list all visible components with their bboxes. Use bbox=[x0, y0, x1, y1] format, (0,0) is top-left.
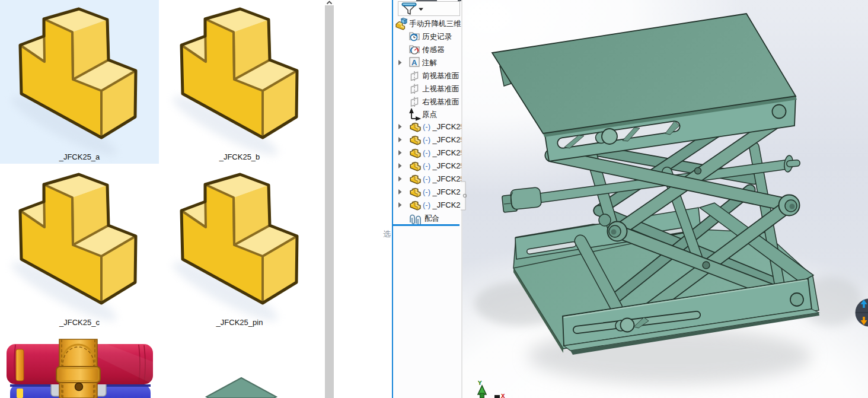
svg-text:前视基准面: 前视基准面 bbox=[422, 72, 459, 80]
svg-text:右视基准面: 右视基准面 bbox=[422, 98, 459, 106]
svg-text:Y: Y bbox=[478, 380, 482, 387]
svg-text:手动升降机三维: 手动升降机三维 bbox=[409, 20, 461, 28]
svg-text:_JFCK25_pin: _JFCK25_pin bbox=[216, 318, 263, 327]
svg-text:传感器: 传感器 bbox=[422, 46, 445, 54]
svg-text:(-) _JFCK25: (-) _JFCK25 bbox=[423, 174, 462, 183]
svg-text:(-) _JFCK25: (-) _JFCK25 bbox=[423, 187, 462, 196]
svg-text:_JFCK25_a: _JFCK25_a bbox=[59, 152, 100, 161]
svg-text:(-) _JFCK25: (-) _JFCK25 bbox=[423, 200, 462, 209]
svg-text:原点: 原点 bbox=[422, 110, 437, 119]
svg-text:(-) _JFCK25: (-) _JFCK25 bbox=[423, 161, 462, 170]
svg-text:上视基准面: 上视基准面 bbox=[422, 85, 459, 93]
svg-text:(-) _JFCK25: (-) _JFCK25 bbox=[423, 122, 462, 131]
svg-text:注解: 注解 bbox=[422, 59, 438, 67]
svg-text:_JFCK25_c: _JFCK25_c bbox=[59, 318, 100, 327]
svg-text:(-) _JFCK25: (-) _JFCK25 bbox=[423, 135, 462, 144]
svg-text:A: A bbox=[411, 58, 417, 67]
svg-text:(-) _JFCK25: (-) _JFCK25 bbox=[423, 148, 462, 157]
svg-text:_JFCK25_b: _JFCK25_b bbox=[219, 152, 260, 161]
svg-text:历史记录: 历史记录 bbox=[422, 33, 452, 41]
svg-text:配合: 配合 bbox=[425, 214, 439, 222]
svg-text:X: X bbox=[501, 393, 505, 398]
